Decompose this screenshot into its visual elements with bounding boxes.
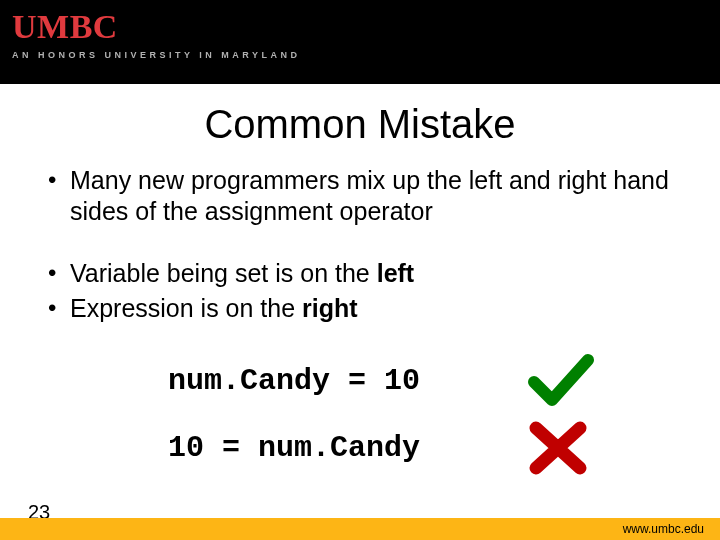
tagline: AN HONORS UNIVERSITY IN MARYLAND — [12, 50, 301, 60]
bullet-text-part: Expression is on the — [70, 294, 302, 322]
cross-icon — [528, 420, 600, 476]
emphasis-right: right — [302, 294, 358, 322]
code-correct: num.Candy = 10 — [168, 364, 528, 398]
footer-bar: www.umbc.edu — [0, 518, 720, 540]
code-row-incorrect: 10 = num.Candy — [168, 420, 672, 476]
code-row-correct: num.Candy = 10 — [168, 352, 672, 410]
footer-url: www.umbc.edu — [623, 522, 704, 536]
bullet-list: Many new programmers mix up the left and… — [48, 165, 672, 228]
slide-content: Many new programmers mix up the left and… — [0, 165, 720, 476]
bullet-list: Variable being set is on the left Expres… — [48, 258, 672, 325]
bullet-item: Expression is on the right — [48, 293, 672, 324]
bullet-text-part: Variable being set is on the — [70, 259, 377, 287]
code-examples: num.Candy = 10 10 = num.Candy — [168, 352, 672, 476]
bullet-item: Variable being set is on the left — [48, 258, 672, 289]
check-icon — [528, 352, 600, 410]
bullet-item: Many new programmers mix up the left and… — [48, 165, 672, 228]
slide: UMBC AN HONORS UNIVERSITY IN MARYLAND Co… — [0, 0, 720, 540]
umbc-logo: UMBC — [12, 10, 301, 44]
code-incorrect: 10 = num.Candy — [168, 431, 528, 465]
header-bar: UMBC AN HONORS UNIVERSITY IN MARYLAND — [0, 0, 720, 84]
emphasis-left: left — [377, 259, 415, 287]
logo-block: UMBC AN HONORS UNIVERSITY IN MARYLAND — [12, 10, 301, 60]
slide-title: Common Mistake — [0, 102, 720, 147]
